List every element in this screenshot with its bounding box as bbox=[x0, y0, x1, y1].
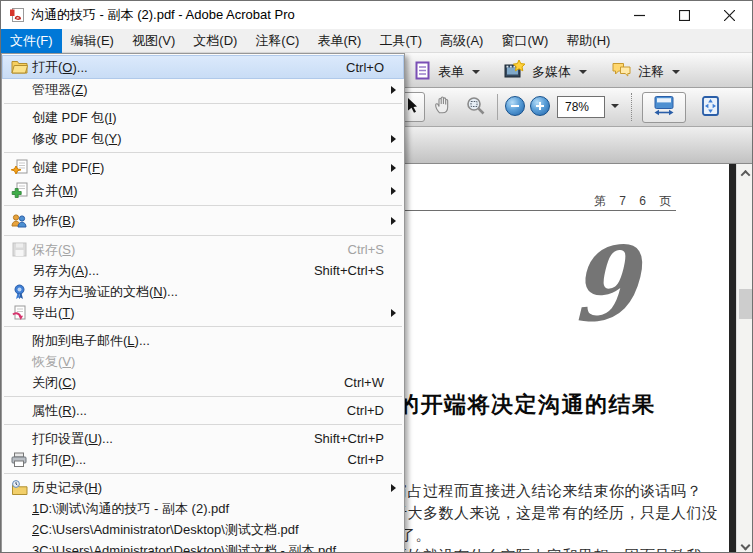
fit-page-button[interactable] bbox=[695, 94, 725, 121]
submenu-arrow-icon bbox=[391, 187, 396, 195]
submenu-arrow-icon bbox=[391, 217, 396, 225]
submenu-arrow-icon bbox=[391, 484, 396, 492]
menu-item-recent-file-3[interactable]: 3 C:\Users\Administrator\Desktop\测试文档 - … bbox=[2, 540, 404, 553]
menu-item-save-as[interactable]: 另存为(A)... Shift+Ctrl+S bbox=[2, 260, 404, 281]
chevron-down-icon bbox=[672, 70, 680, 74]
close-button[interactable] bbox=[707, 1, 752, 29]
title-bar[interactable]: 沟通的技巧 - 副本 (2).pdf - Adobe Acrobat Pro bbox=[1, 1, 752, 29]
menu-item-export[interactable]: 导出(T) bbox=[2, 302, 404, 323]
body-text-line: 于大多数人来说，这是常有的经历，只是人们没 bbox=[392, 504, 718, 523]
file-menu-dropdown: 打开(O)... Ctrl+O 管理器(Z) 创建 PDF 包(I) 修改 PD… bbox=[1, 53, 405, 553]
comment-icon bbox=[611, 62, 632, 82]
menu-separator bbox=[4, 152, 402, 153]
chevron-down-icon bbox=[741, 540, 751, 550]
chapter-number: 9 bbox=[569, 232, 637, 338]
menu-comments[interactable]: 注释(C) bbox=[246, 29, 308, 53]
acrobat-window: 沟通的技巧 - 副本 (2).pdf - Adobe Acrobat Pro 文… bbox=[0, 0, 753, 553]
menu-item-close[interactable]: 关闭(C) Ctrl+W bbox=[2, 372, 404, 393]
zoom-in-button[interactable] bbox=[530, 96, 550, 116]
menu-item-open[interactable]: 打开(O)... Ctrl+O bbox=[2, 55, 404, 79]
zoom-out-icon bbox=[505, 96, 525, 116]
menu-advanced[interactable]: 高级(A) bbox=[431, 29, 492, 53]
menu-tools[interactable]: 工具(T) bbox=[370, 29, 431, 53]
fit-width-button[interactable] bbox=[642, 92, 686, 123]
window-title: 沟通的技巧 - 副本 (2).pdf - Adobe Acrobat Pro bbox=[31, 6, 295, 24]
menu-help[interactable]: 帮助(H) bbox=[557, 29, 619, 53]
save-icon bbox=[6, 242, 32, 257]
minimize-button[interactable] bbox=[617, 1, 662, 29]
zoom-out-button[interactable] bbox=[505, 96, 525, 116]
submenu-arrow-icon bbox=[391, 86, 396, 94]
menu-item-recent-file-1[interactable]: 1 D:\测试\沟通的技巧 - 副本 (2).pdf bbox=[2, 498, 404, 519]
scroll-up-button[interactable] bbox=[737, 164, 753, 182]
menu-separator bbox=[4, 424, 402, 425]
maximize-button[interactable] bbox=[662, 1, 707, 29]
submenu-arrow-icon bbox=[391, 309, 396, 317]
submenu-arrow-icon bbox=[391, 164, 396, 172]
menu-item-print[interactable]: 打印(P)... Ctrl+P bbox=[2, 449, 404, 470]
create-pdf-icon bbox=[6, 159, 32, 176]
menu-item-collaborate[interactable]: 协作(B) bbox=[2, 209, 404, 232]
multimedia-icon bbox=[504, 60, 526, 83]
menu-item-create-pdf-portfolio[interactable]: 创建 PDF 包(I) bbox=[2, 107, 404, 128]
menu-bar: 文件(F) 编辑(E) 视图(V) 文档(D) 注释(C) 表单(R) 工具(T… bbox=[1, 29, 752, 53]
chapter-heading: 的开端将决定沟通的结果 bbox=[397, 390, 656, 420]
menu-item-attach-to-email[interactable]: 附加到电子邮件(L)... bbox=[2, 330, 404, 351]
menu-separator bbox=[4, 205, 402, 206]
scroll-down-button[interactable] bbox=[737, 536, 753, 553]
menu-edit[interactable]: 编辑(E) bbox=[62, 29, 123, 53]
hand-tool-icon bbox=[434, 95, 454, 119]
menu-separator bbox=[4, 235, 402, 236]
menu-item-print-setup[interactable]: 打印设置(U)... Shift+Ctrl+P bbox=[2, 428, 404, 449]
forms-toolbar-button[interactable]: 表单 bbox=[407, 56, 487, 87]
menu-separator bbox=[4, 396, 402, 397]
multimedia-toolbar-button[interactable]: 多媒体 bbox=[497, 56, 594, 87]
menu-item-properties[interactable]: 属性(R)... Ctrl+D bbox=[2, 400, 404, 421]
form-icon bbox=[414, 61, 432, 83]
zoom-marquee-button[interactable] bbox=[461, 94, 491, 120]
chevron-up-icon bbox=[741, 169, 751, 179]
body-text-line: 开始就没有什么实际内容和思想，因而导致我 bbox=[392, 547, 702, 553]
menu-item-modify-pdf-portfolio[interactable]: 修改 PDF 包(Y) bbox=[2, 128, 404, 149]
printer-icon bbox=[6, 452, 32, 467]
history-icon bbox=[6, 480, 32, 495]
menu-item-revert[interactable]: 恢复(V) bbox=[2, 351, 404, 372]
pdf-app-icon bbox=[9, 7, 25, 23]
page-header: 第 7 6 页 bbox=[594, 193, 676, 210]
hand-tool-button[interactable] bbox=[429, 94, 459, 120]
zoom-marquee-icon bbox=[466, 96, 486, 119]
collaborate-icon bbox=[6, 213, 32, 228]
toolbar-separator bbox=[497, 94, 498, 120]
fit-width-icon bbox=[653, 95, 675, 120]
menu-separator bbox=[4, 326, 402, 327]
body-text-line: 霸占过程而直接进入结论来结束你的谈话吗？ bbox=[392, 482, 702, 501]
menu-item-history[interactable]: 历史记录(H) bbox=[2, 477, 404, 498]
toolbar-grip bbox=[631, 93, 632, 121]
menu-forms[interactable]: 表单(R) bbox=[308, 29, 370, 53]
menu-file[interactable]: 文件(F) bbox=[1, 29, 62, 53]
chevron-down-icon bbox=[579, 70, 587, 74]
certify-ribbon-icon bbox=[6, 284, 32, 300]
menu-window[interactable]: 窗口(W) bbox=[492, 29, 557, 53]
menu-view[interactable]: 视图(V) bbox=[123, 29, 184, 53]
menu-item-recent-file-2[interactable]: 2 C:\Users\Administrator\Desktop\测试文档.pd… bbox=[2, 519, 404, 540]
scrollbar-thumb[interactable] bbox=[739, 289, 753, 319]
select-tool-icon bbox=[406, 97, 418, 118]
menu-item-save[interactable]: 保存(S) Ctrl+S bbox=[2, 239, 404, 260]
chevron-down-icon bbox=[472, 70, 480, 74]
export-icon bbox=[6, 305, 32, 321]
vertical-scrollbar[interactable] bbox=[736, 164, 753, 553]
window-controls bbox=[617, 1, 752, 29]
combine-icon bbox=[6, 182, 32, 199]
zoom-level-dropdown[interactable] bbox=[611, 104, 619, 108]
menu-item-combine[interactable]: 合并(M) bbox=[2, 179, 404, 202]
menu-separator bbox=[4, 473, 402, 474]
zoom-level-input[interactable]: 78% bbox=[557, 96, 605, 118]
menu-item-save-as-certified[interactable]: 另存为已验证的文档(N)... bbox=[2, 281, 404, 302]
menu-item-organizer[interactable]: 管理器(Z) bbox=[2, 79, 404, 100]
menu-document[interactable]: 文档(D) bbox=[184, 29, 246, 53]
menu-separator bbox=[4, 103, 402, 104]
comment-toolbar-button[interactable]: 注释 bbox=[604, 56, 687, 87]
menu-item-create-pdf[interactable]: 创建 PDF(F) bbox=[2, 156, 404, 179]
zoom-in-icon bbox=[530, 96, 550, 116]
